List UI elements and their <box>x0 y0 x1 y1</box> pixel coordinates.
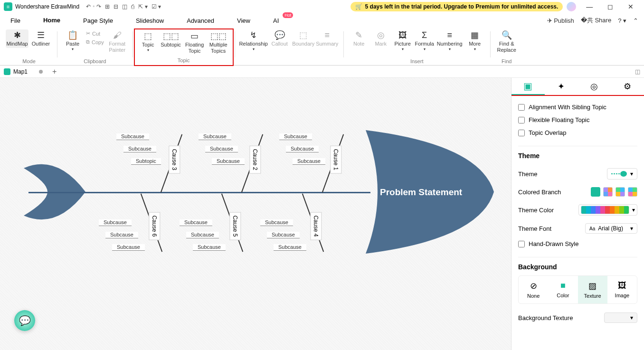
bg-none-tab[interactable]: ⊘None <box>519 276 548 303</box>
subcause-node[interactable]: Subcause <box>293 158 325 165</box>
panel-toggle-icon[interactable]: ◫ <box>635 68 640 75</box>
canvas[interactable]: Problem Statement Cause 3 Subcause Subca… <box>0 78 511 350</box>
subcause-node[interactable]: Subcause <box>286 146 319 152</box>
subcause-node[interactable]: Subcause <box>267 232 300 238</box>
cause-label[interactable]: Cause 1 <box>330 146 341 174</box>
flexible-floating-checkbox[interactable]: Flexible Floating Topic <box>518 114 637 126</box>
bg-color-tab[interactable]: ■Color <box>548 276 578 303</box>
formula-button[interactable]: ΣFormula▾ <box>414 29 435 53</box>
topic-overlap-checkbox[interactable]: Topic Overlap <box>518 126 637 139</box>
subcause-node[interactable]: Subcause <box>212 158 245 165</box>
side-tab-style[interactable]: ✦ <box>545 78 578 95</box>
subtopic-button[interactable]: ⬚⬚Subtopic <box>160 30 182 55</box>
boundary-button[interactable]: ⬚Boundary <box>292 29 315 53</box>
relationship-icon: ↯ <box>250 30 257 41</box>
subcause-node[interactable]: Subcause <box>199 133 231 140</box>
floating-topic-button[interactable]: ▭Floating Topic <box>183 30 206 55</box>
more-button[interactable]: ▦More▾ <box>464 29 485 53</box>
branch-swatch[interactable] <box>616 187 625 197</box>
subcause-node[interactable]: Subcause <box>274 244 306 251</box>
menu-file[interactable]: File <box>6 15 25 26</box>
mark-button[interactable]: ◎Mark <box>370 29 391 53</box>
outliner-mode-button[interactable]: ☰Outliner <box>29 29 52 48</box>
note-button[interactable]: ✎Note <box>349 29 369 53</box>
bg-image-tab[interactable]: 🖼Image <box>607 276 637 303</box>
multiple-topics-button[interactable]: ⬚⬚Multiple Topics <box>207 30 230 55</box>
branch-swatch[interactable] <box>603 187 613 197</box>
subcause-node[interactable]: Subcause <box>116 133 149 140</box>
topic-button[interactable]: ⬚Topic▾ <box>138 30 159 55</box>
menu-view[interactable]: View <box>232 15 255 26</box>
hand-drawn-checkbox[interactable]: Hand-Drawn Style <box>518 237 637 250</box>
mindmap-mode-button[interactable]: ✱MindMap <box>6 29 28 48</box>
find-icon: 🔍 <box>502 30 512 41</box>
qa-open-icon[interactable]: ⊟ <box>114 3 118 10</box>
close-icon[interactable]: ✕ <box>621 3 640 10</box>
subcause-node[interactable]: Subcause <box>105 232 138 238</box>
branch-swatch[interactable] <box>591 187 600 197</box>
theme-font-select[interactable]: AaArial (Big)▾ <box>585 223 637 234</box>
hot-badge: Hot <box>283 12 293 18</box>
theme-select[interactable]: ▾ <box>607 168 637 180</box>
trial-banner[interactable]: 🛒 5 days left in the trial period. Upgra… <box>350 2 563 11</box>
help-icon[interactable]: ? ▾ <box>618 17 626 24</box>
qa-new-icon[interactable]: ⊞ <box>105 3 110 10</box>
maximize-icon[interactable]: ◻ <box>601 3 620 10</box>
cause-label[interactable]: Cause 2 <box>249 146 261 174</box>
copy-button[interactable]: ⧉Copy <box>84 38 106 46</box>
side-tab-layout[interactable]: ▣ <box>511 78 545 95</box>
problem-statement-node[interactable]: Problem Statement <box>380 187 462 198</box>
subcause-node[interactable]: Subtopic <box>131 158 161 165</box>
bg-texture-select[interactable]: ▾ <box>604 312 637 323</box>
picture-button[interactable]: 🖼Picture▾ <box>392 29 413 53</box>
paste-button[interactable]: 📋Paste▾ <box>62 29 83 54</box>
format-painter-button[interactable]: 🖌Format Painter <box>107 29 128 54</box>
subcause-node[interactable]: Subcause <box>186 232 219 238</box>
relationship-button[interactable]: ↯Relationship▾ <box>240 29 267 53</box>
menu-slideshow[interactable]: Slideshow <box>131 15 169 26</box>
menu-pagestyle[interactable]: Page Style <box>78 15 118 26</box>
theme-color-select[interactable]: ▾ <box>578 204 637 216</box>
summary-button[interactable]: ≡Summary <box>316 29 339 53</box>
qa-more-icon[interactable]: ☑ ▾ <box>152 3 161 10</box>
publish-button[interactable]: ✈ Publish <box>547 17 574 24</box>
menu-home[interactable]: Home <box>38 15 65 27</box>
subcause-node[interactable]: Subcause <box>112 244 145 251</box>
subcause-node[interactable]: Subcause <box>99 219 132 226</box>
side-tab-settings[interactable]: ⚙ <box>611 78 644 95</box>
cause-label[interactable]: Cause 5 <box>229 212 241 240</box>
bg-texture-tab[interactable]: ▨Texture <box>578 276 607 303</box>
note-icon: ✎ <box>355 30 362 41</box>
mindmap-icon: ✱ <box>14 30 21 41</box>
subcause-node[interactable]: Subcause <box>205 146 238 152</box>
redo-icon[interactable]: ↷ <box>96 3 101 10</box>
collapse-ribbon-icon[interactable]: ⌃ <box>633 17 638 24</box>
cause-label[interactable]: Cause 4 <box>310 212 322 240</box>
alignment-checkbox[interactable]: Alignment With Sibling Topic <box>518 101 637 114</box>
side-tab-mark[interactable]: ◎ <box>578 78 611 95</box>
subcause-node[interactable]: Subcause <box>180 219 212 226</box>
find-replace-button[interactable]: 🔍Find & Replace <box>495 29 518 54</box>
subcause-node[interactable]: Subcause <box>279 133 312 140</box>
menu-advanced[interactable]: Advanced <box>182 15 219 26</box>
subcause-node[interactable]: Subcause <box>260 219 293 226</box>
qa-print-icon[interactable]: ⎙ <box>131 3 134 10</box>
new-tab-button[interactable]: + <box>52 67 57 76</box>
doc-tab-label[interactable]: Map1 <box>13 68 28 75</box>
qa-export-icon[interactable]: ⇱ ▾ <box>138 3 147 10</box>
subcause-node[interactable]: Subcause <box>123 146 156 152</box>
callout-button[interactable]: 💬Callout <box>268 29 291 53</box>
cause-label[interactable]: Cause 3 <box>169 146 180 174</box>
minimize-icon[interactable]: — <box>580 3 599 10</box>
numbering-button[interactable]: ≡Numbering▾ <box>436 29 464 53</box>
qa-save-icon[interactable]: ◫ <box>122 3 127 10</box>
cause-label[interactable]: Cause 6 <box>149 212 160 240</box>
avatar[interactable] <box>567 2 576 11</box>
undo-icon[interactable]: ↶ <box>86 3 91 10</box>
share-button[interactable]: �共 Share <box>581 16 611 25</box>
cut-button[interactable]: ✂Cut <box>84 29 106 38</box>
branch-swatch[interactable] <box>628 187 637 197</box>
menu-ai[interactable]: AI Hot <box>268 15 284 26</box>
ai-chat-fab[interactable]: 💬 <box>14 310 35 331</box>
subcause-node[interactable]: Subcause <box>193 244 226 251</box>
